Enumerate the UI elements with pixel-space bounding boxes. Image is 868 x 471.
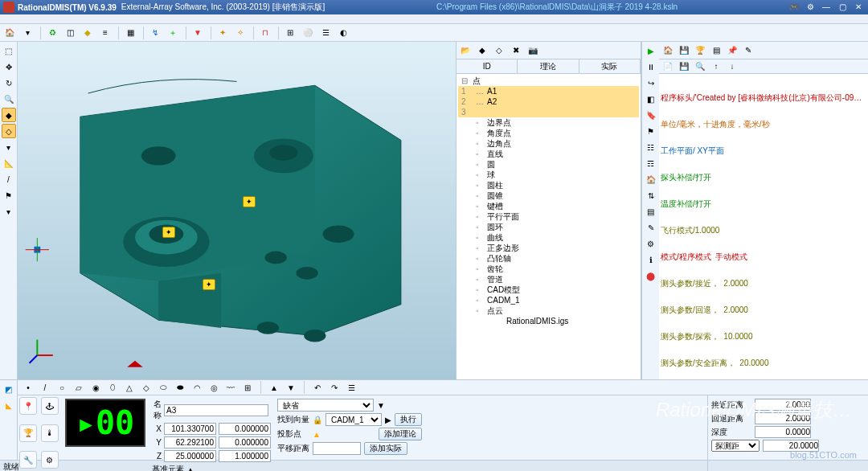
maximize-icon[interactable]: ▢ [836,2,849,12]
yd-input[interactable] [219,436,271,448]
opt-select[interactable]: 探测距 [711,440,760,452]
bt-ln-icon[interactable]: / [38,380,52,395]
prog2-icon[interactable]: ☶ [644,156,658,170]
code-up-icon[interactable]: ↑ [709,59,723,74]
list-icon[interactable]: ≡ [97,26,113,40]
gold-cube-icon[interactable]: ◆ [80,26,96,40]
dd-icon[interactable]: ▼ [377,401,385,410]
code-trophy-icon[interactable]: 🏆 [693,43,707,58]
bt-sph-icon[interactable]: ◉ [88,380,103,395]
exec-button[interactable]: 执行 [395,413,422,426]
tree-cadfile[interactable]: RationalDMIS.igs [506,316,568,326]
retract-input[interactable] [755,412,811,424]
opt-input[interactable] [763,440,819,452]
sheet-icon[interactable]: ▤ [644,204,658,219]
add-nominal-button[interactable]: 添加理论 [379,428,422,440]
code-sheet-icon[interactable]: ▤ [709,43,723,58]
bt-grp-icon[interactable]: ⊞ [240,380,255,395]
house-icon[interactable]: 🏠 [644,172,658,186]
tree-open-icon[interactable]: 📂 [458,43,473,58]
trophy-icon[interactable]: 🏆 [19,424,37,442]
grid-icon[interactable]: ▦ [122,26,138,40]
pause-icon[interactable]: ⏸ [644,59,658,74]
refresh-icon[interactable]: ♻ [44,26,60,40]
bt-b-icon[interactable]: ▼ [284,380,298,395]
tree-category[interactable]: ◦圆锥 [458,190,639,201]
gamepad-icon[interactable]: 🎮 [788,2,800,12]
name-input[interactable] [164,404,268,416]
code-wand-icon[interactable]: ✎ [741,43,755,58]
minimize-icon[interactable]: — [820,2,833,12]
z-input[interactable] [164,450,216,462]
tree-category[interactable]: ◦凸轮轴 [458,253,639,264]
line-icon[interactable]: / [2,172,16,186]
pick2-icon[interactable]: ◇ [2,124,16,138]
avg-input[interactable] [313,442,361,455]
tree-category[interactable]: ◦圆柱 [458,180,639,190]
code-home-icon[interactable]: 🏠 [661,43,675,58]
tree-category[interactable]: ◦直线 [458,149,639,159]
bt-dia-icon[interactable]: ◇ [139,380,154,395]
tree-category[interactable]: ◦平行平面 [458,211,639,222]
bp-tri-icon[interactable]: ◣ [2,398,16,412]
home-icon[interactable]: 🏠 [2,26,18,40]
magnet-icon[interactable]: ⊓ [257,26,273,40]
3d-viewport[interactable]: ✦ ✦ ✦ [18,42,457,379]
wire-icon[interactable]: ⊞ [282,26,298,40]
tree-category[interactable]: ◦点云 [458,305,639,316]
bt-cir-icon[interactable]: ○ [55,380,69,395]
step-up-icon[interactable]: ▲ [186,465,194,472]
comp-select[interactable]: 缺省 [277,399,374,412]
probe-icon[interactable]: ⚪ [300,26,316,40]
tree-category[interactable]: ◦CADM_1 [458,295,639,305]
bt-layers-icon[interactable]: ☰ [344,380,358,395]
axis-icon[interactable]: ↯ [147,26,163,40]
rotate-icon[interactable]: ↻ [2,76,16,90]
tree-photo-icon[interactable]: 📷 [526,43,540,58]
bt-cyl-icon[interactable]: ⬯ [105,380,120,395]
config2-icon[interactable]: ✧ [232,26,248,40]
bt-pln-icon[interactable]: ▱ [72,380,86,395]
tree-del-icon[interactable]: ✖ [509,43,523,58]
tree-category[interactable]: ◦CAD模型 [458,285,639,295]
joystick-icon[interactable]: 🕹 [41,397,59,415]
pan-icon[interactable]: ✥ [2,59,16,74]
tree-category[interactable]: ◦边界点 [458,117,639,128]
tree-tool1-icon[interactable]: ◆ [475,43,489,58]
tree-category[interactable]: ◦管道 [458,274,639,285]
tree-category[interactable]: ◦曲线 [458,232,639,243]
zoom-icon[interactable]: 🔍 [2,92,16,106]
config-icon[interactable]: ✦ [215,26,231,40]
program-listing[interactable]: 程序标头/'Created by [睿科微纳科技(北京)有限公司-09… 单位/… [659,74,868,379]
tools-icon[interactable]: ⚙ [804,2,817,12]
bt-ell-icon[interactable]: ⬬ [173,380,187,395]
tree-category[interactable]: ◦圆环 [458,222,639,232]
tree-category[interactable]: ◦圆 [458,159,639,170]
arrow-down-icon[interactable]: ▼ [190,26,206,40]
proj-select[interactable]: CADM_1 [326,413,382,426]
tree-category[interactable]: ◦角度点 [458,128,639,138]
cfg-icon[interactable]: ⚙ [41,451,59,469]
bt-slot-icon[interactable]: ⬭ [156,380,170,395]
temp-icon[interactable]: 🌡 [41,424,59,442]
bt-pt-icon[interactable]: • [21,380,35,395]
surf-icon[interactable]: ◐ [335,26,351,40]
cube-icon[interactable]: ◫ [62,26,78,40]
play-icon[interactable]: ▶ [644,43,658,58]
tree-category[interactable]: ◦齿轮 [458,264,639,274]
more-icon[interactable]: ▾ [2,140,16,154]
bt-con-icon[interactable]: △ [122,380,137,395]
wand-icon[interactable]: ✎ [644,220,658,235]
select-icon[interactable]: ⬚ [2,43,16,58]
bt-arc-icon[interactable]: ◠ [190,380,204,395]
xd-input[interactable] [219,423,271,435]
down-icon[interactable]: ▾ [19,26,35,40]
add-icon[interactable]: ＋ [165,26,181,40]
drop-icon[interactable]: ▾ [2,204,16,219]
bt-tor-icon[interactable]: ◎ [207,380,221,395]
info-icon[interactable]: ℹ [644,252,658,267]
code-new-icon[interactable]: 📄 [661,59,675,74]
add-actual-button[interactable]: 添加实际 [364,442,407,455]
marker-a3[interactable]: ✦ [203,279,215,290]
tree-category[interactable]: ◦边角点 [458,138,639,149]
